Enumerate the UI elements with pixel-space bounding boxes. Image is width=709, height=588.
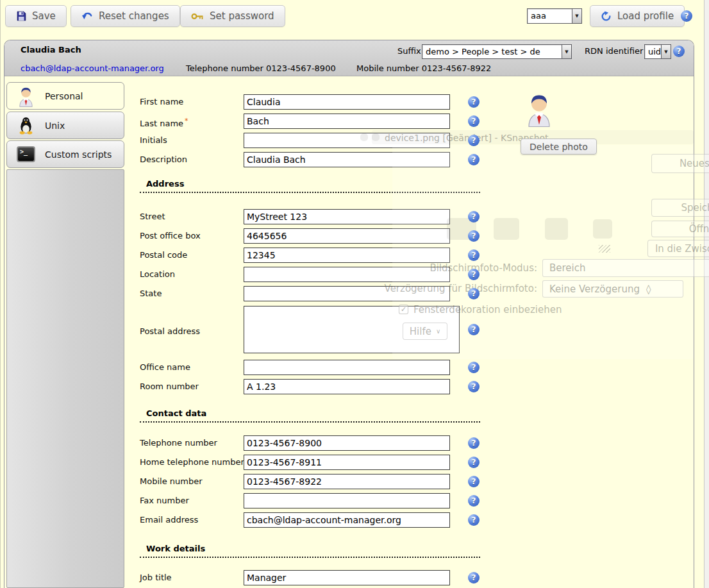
help-icon[interactable]: ? xyxy=(468,211,480,223)
lam-account-edit-page: Save Reset changes Set password aaa ▼ Lo… xyxy=(0,0,709,588)
vertical-scrollbar[interactable] xyxy=(704,0,709,588)
suffix-label: Suffix xyxy=(397,46,421,56)
mobile-number-label: Mobile number xyxy=(140,474,203,489)
key-icon xyxy=(191,13,204,20)
undo-arrow-icon xyxy=(81,12,93,21)
email-address-input[interactable] xyxy=(244,512,450,528)
set-password-button[interactable]: Set password xyxy=(180,5,285,27)
profile-select[interactable]: aaa ▼ xyxy=(527,8,582,24)
suffix-select[interactable]: demo > People > test > de ▼ xyxy=(422,44,572,59)
user-photo xyxy=(524,91,554,128)
dropdown-arrow-icon: ▼ xyxy=(661,45,671,58)
suffix-select-value: demo > People > test > de xyxy=(422,45,562,58)
dropdown-arrow-icon: ▼ xyxy=(572,9,581,23)
postal-address-textarea[interactable] xyxy=(244,306,460,353)
postal-code-input[interactable] xyxy=(244,248,450,263)
help-icon[interactable]: ? xyxy=(468,288,480,299)
section-heading-contact-data: Contact data xyxy=(140,408,480,423)
help-icon[interactable]: ? xyxy=(468,154,480,165)
help-icon[interactable]: ? xyxy=(468,495,480,507)
window-left-edge xyxy=(0,0,1,588)
header-telephone-label: Telephone number xyxy=(186,63,263,73)
toolbar-help-icon[interactable]: ? xyxy=(681,10,692,22)
help-icon[interactable]: ? xyxy=(468,115,480,127)
account-email-link[interactable]: cbach@ldap-account-manager.org xyxy=(21,63,164,73)
form-row: Location ? xyxy=(4,267,694,282)
help-icon[interactable]: ? xyxy=(468,362,480,373)
post-office-box-label: Post office box xyxy=(140,228,201,244)
form-row: Home telephone number ? xyxy=(4,455,694,470)
post-office-box-input[interactable] xyxy=(244,228,450,244)
home-telephone-label: Home telephone number xyxy=(140,455,244,470)
help-icon[interactable]: ? xyxy=(468,572,480,584)
fax-number-label: Fax number xyxy=(140,493,189,508)
job-title-input[interactable] xyxy=(244,570,450,585)
dropdown-arrow-icon: ▼ xyxy=(562,45,571,58)
last-name-label-text: Last name xyxy=(140,119,183,128)
form-row: Postal code ? xyxy=(4,248,694,263)
last-name-input[interactable] xyxy=(244,113,450,129)
fax-number-input[interactable] xyxy=(244,493,450,508)
reset-changes-button[interactable]: Reset changes xyxy=(71,5,180,27)
reload-icon xyxy=(601,11,612,22)
help-icon[interactable]: ? xyxy=(468,514,480,526)
section-heading-work-details: Work details xyxy=(140,544,480,558)
help-icon[interactable]: ? xyxy=(468,230,480,242)
form-row: Telephone number ? xyxy=(4,435,694,451)
initials-input[interactable] xyxy=(244,133,450,148)
postal-code-label: Postal code xyxy=(140,248,187,263)
help-icon[interactable]: ? xyxy=(468,135,480,146)
rdn-select-value: uid xyxy=(645,45,661,58)
delete-photo-label: Delete photo xyxy=(530,142,588,152)
home-telephone-input[interactable] xyxy=(244,455,450,470)
set-password-label: Set password xyxy=(210,10,274,22)
header-telephone-value: 0123-4567-8900 xyxy=(266,63,336,73)
job-title-label: Job title xyxy=(140,570,172,585)
telephone-number-input[interactable] xyxy=(244,435,450,451)
form-row: Post office box ? xyxy=(4,228,694,244)
load-profile-button[interactable]: Load profile xyxy=(590,5,685,27)
save-button[interactable]: Save xyxy=(5,5,67,27)
reset-changes-label: Reset changes xyxy=(99,10,169,22)
office-name-label: Office name xyxy=(140,360,190,375)
street-input[interactable] xyxy=(244,209,450,224)
delete-photo-button[interactable]: Delete photo xyxy=(521,139,597,155)
office-name-input[interactable] xyxy=(244,360,450,375)
header-telephone: Telephone number 0123-4567-8900 xyxy=(186,63,336,73)
room-number-input[interactable] xyxy=(244,379,450,394)
initials-label: Initials xyxy=(140,133,167,148)
form-row: Room number ? xyxy=(4,379,694,394)
header-mobile-label: Mobile number xyxy=(356,63,419,73)
street-label: Street xyxy=(140,209,165,224)
form-row: Fax number ? xyxy=(4,493,694,508)
help-icon[interactable]: ? xyxy=(468,476,480,487)
first-name-input[interactable] xyxy=(244,94,450,110)
header-help-icon[interactable]: ? xyxy=(673,46,685,57)
location-input[interactable] xyxy=(244,267,450,282)
rdn-select[interactable]: uid ▼ xyxy=(644,44,671,59)
account-container: Claudia Bach Suffix demo > People > test… xyxy=(4,40,694,588)
help-icon[interactable]: ? xyxy=(468,269,480,280)
last-name-label: Last name* xyxy=(140,113,188,131)
help-icon[interactable]: ? xyxy=(468,96,480,108)
postal-address-label: Postal address xyxy=(140,324,200,339)
help-icon[interactable]: ? xyxy=(468,249,480,261)
help-icon[interactable]: ? xyxy=(468,457,480,468)
form-row: Postal address ? xyxy=(4,306,694,353)
first-name-label: First name xyxy=(140,94,183,110)
description-label: Description xyxy=(140,152,187,167)
email-address-label: Email address xyxy=(140,512,198,528)
email-link-text[interactable]: cbach@ldap-account-manager.org xyxy=(21,63,164,73)
help-icon[interactable]: ? xyxy=(468,324,480,335)
save-button-label: Save xyxy=(32,10,56,22)
state-input[interactable] xyxy=(244,286,450,301)
form-row: Last name* ? xyxy=(4,113,694,129)
help-icon[interactable]: ? xyxy=(468,437,480,449)
account-header: Claudia Bach Suffix demo > People > test… xyxy=(4,40,694,76)
help-icon[interactable]: ? xyxy=(468,381,480,392)
form-row: Office name ? xyxy=(4,360,694,375)
account-name: Claudia Bach xyxy=(21,45,81,55)
description-input[interactable] xyxy=(244,152,450,167)
mobile-number-input[interactable] xyxy=(244,474,450,489)
form-row: Job title ? xyxy=(4,570,694,585)
